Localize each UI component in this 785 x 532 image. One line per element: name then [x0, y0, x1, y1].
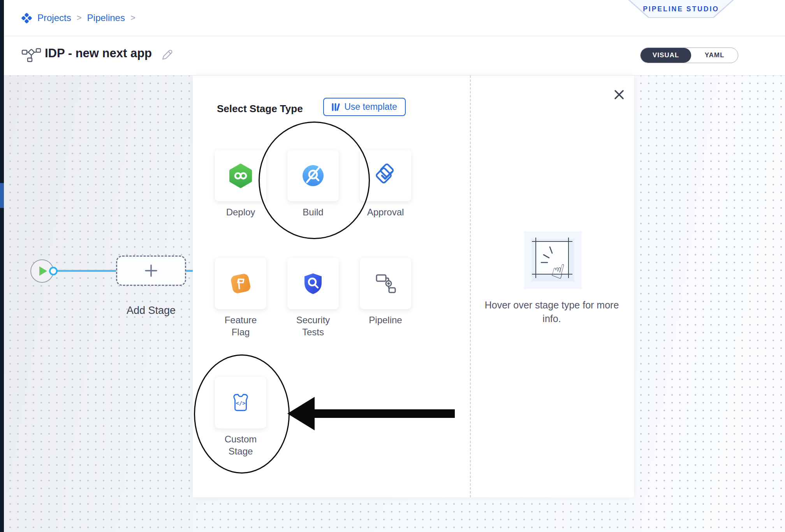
breadcrumb-link-pipelines[interactable]: Pipelines — [87, 12, 125, 23]
use-template-label: Use template — [344, 102, 397, 112]
stage-label-feature-flag: Feature Flag — [218, 314, 263, 338]
stage-label-deploy: Deploy — [218, 206, 263, 218]
annotation-arrow — [284, 390, 459, 437]
stage-label-approval: Approval — [363, 206, 408, 218]
nav-rail-active-indicator — [0, 183, 4, 208]
feature-flag-card[interactable] — [215, 258, 266, 309]
view-mode-toggle: VISUAL YAML — [640, 48, 738, 63]
stage-type-security-tests: Security Tests — [287, 258, 339, 338]
stage-label-pipeline: Pipeline — [363, 314, 408, 326]
collapsed-nav-rail[interactable] — [0, 0, 4, 532]
pipeline-studio-page: Projects > Pipelines > PIPELINE STUDIO I… — [0, 0, 785, 532]
hover-info-hint: Hover over stage type for more info. — [482, 298, 622, 326]
pipeline-title-bar: IDP - new next app VISUAL YAML — [4, 36, 785, 76]
add-stage-button[interactable] — [116, 255, 186, 286]
stage-label-security-tests: Security Tests — [290, 314, 336, 338]
feature-flag-stage-icon — [228, 271, 253, 296]
hover-info-illustration: ☝ — [524, 231, 582, 289]
stage-type-pipeline: Pipeline — [360, 258, 411, 326]
annotation-circle-build — [259, 122, 370, 239]
breadcrumb-separator: > — [130, 13, 136, 23]
breadcrumb-bar: Projects > Pipelines > PIPELINE STUDIO — [4, 0, 785, 36]
breadcrumb: Projects > Pipelines > — [21, 0, 136, 36]
approval-stage-icon — [373, 164, 398, 188]
deploy-stage-icon — [228, 163, 253, 188]
badge-label: PIPELINE STUDIO — [628, 0, 734, 18]
harness-project-icon[interactable] — [21, 13, 32, 23]
tab-yaml[interactable]: YAML — [691, 48, 738, 63]
page-title: IDP - new next app — [45, 46, 152, 60]
template-library-icon — [332, 102, 340, 112]
pipeline-graph-icon — [21, 48, 42, 63]
add-stage-label: Add Stage — [116, 305, 186, 317]
edit-pencil-icon[interactable] — [160, 48, 174, 61]
pipeline-stage-icon — [373, 271, 398, 296]
close-icon[interactable] — [613, 88, 626, 101]
connector-port-dot — [49, 267, 58, 275]
dialog-title: Select Stage Type — [217, 103, 303, 115]
use-template-button[interactable]: Use template — [323, 98, 406, 116]
click-hand-sketch-icon: ☝ — [528, 234, 579, 287]
dialog-section-divider — [470, 76, 471, 497]
plus-icon — [144, 264, 158, 278]
tab-visual[interactable]: VISUAL — [641, 48, 691, 63]
stage-type-feature-flag: Feature Flag — [215, 258, 266, 338]
security-tests-stage-icon — [301, 271, 325, 296]
breadcrumb-link-projects[interactable]: Projects — [37, 12, 71, 23]
annotation-circle-custom-stage — [194, 354, 290, 474]
breadcrumb-separator: > — [77, 13, 82, 23]
security-tests-card[interactable] — [287, 258, 339, 309]
play-icon — [39, 266, 47, 276]
pipeline-card[interactable] — [360, 258, 411, 309]
pipeline-studio-badge: PIPELINE STUDIO — [628, 0, 734, 18]
